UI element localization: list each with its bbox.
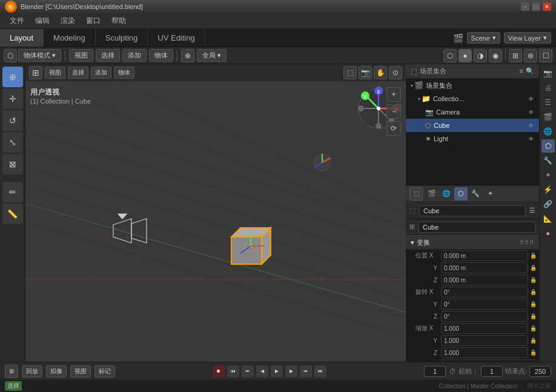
- prop-scene-tab[interactable]: 🎬: [425, 187, 439, 201]
- current-frame[interactable]: 1: [424, 366, 446, 377]
- cursor-tool[interactable]: ⊕: [2, 67, 23, 87]
- menu-file[interactable]: 文件: [5, 15, 29, 27]
- outliner-cube[interactable]: ⬡ Cube 👁: [406, 119, 539, 132]
- tab-sculpting[interactable]: Sculpting: [96, 29, 148, 47]
- scene-selector[interactable]: Scene ▾: [467, 32, 500, 44]
- object-icon[interactable]: ⬡: [4, 49, 17, 62]
- snap-point-btn[interactable]: ⊙: [389, 66, 402, 79]
- object-menu[interactable]: 物体: [149, 49, 173, 62]
- modifier-props-icon[interactable]: 🔧: [541, 154, 555, 167]
- scale-z-field[interactable]: 1.000: [441, 347, 528, 358]
- object-menu-btn[interactable]: 物体: [114, 67, 134, 79]
- camera-eye[interactable]: 👁: [528, 109, 534, 116]
- solid-shading-btn[interactable]: ●: [458, 49, 472, 62]
- position-z-lock[interactable]: 🔒: [529, 277, 537, 283]
- rotation-x-lock[interactable]: 🔒: [529, 289, 537, 295]
- rotate-tool[interactable]: ↺: [2, 110, 23, 131]
- physics-props-icon[interactable]: ⚡: [541, 183, 555, 196]
- scale-y-field[interactable]: 1.000: [441, 335, 528, 346]
- position-z-field[interactable]: 0.000 m: [441, 274, 528, 285]
- outliner-collection[interactable]: ▾ 📁 Collectio... 👁: [406, 92, 539, 105]
- playback-btn[interactable]: 回放: [22, 365, 42, 377]
- render-props-icon[interactable]: 📷: [541, 67, 555, 80]
- outliner-camera[interactable]: 📷 Camera 👁: [406, 105, 539, 119]
- maximize-button[interactable]: □: [532, 2, 540, 11]
- collection-eye[interactable]: 👁: [528, 96, 534, 102]
- scale-x-field[interactable]: 1.000: [441, 323, 528, 334]
- position-y-lock[interactable]: 🔒: [529, 265, 537, 271]
- overlay-toggle-btn[interactable]: ⊛: [524, 49, 537, 62]
- zoom-out-btn[interactable]: −: [386, 104, 401, 119]
- outliner-filter-btn[interactable]: ≡: [520, 67, 523, 75]
- mode-selector[interactable]: 物体模式 ▾: [18, 49, 61, 62]
- transform-tool[interactable]: ⊠: [2, 154, 23, 174]
- output-props-icon[interactable]: 🖨: [541, 81, 555, 95]
- jump-end-btn[interactable]: ⏭: [314, 365, 326, 377]
- camera-view-btn[interactable]: 📷: [359, 66, 372, 79]
- light-eye[interactable]: 👁: [528, 136, 534, 142]
- rotation-x-field[interactable]: 0°: [441, 287, 528, 297]
- jump-start-btn[interactable]: ⏮: [227, 365, 239, 377]
- rotate-view-btn[interactable]: ⟳: [386, 121, 401, 136]
- cube-eye[interactable]: 👁: [528, 122, 534, 129]
- xray-toggle-btn[interactable]: ☐: [539, 49, 552, 62]
- next-frame-btn[interactable]: ▶: [285, 365, 297, 377]
- rotation-y-lock[interactable]: 🔒: [529, 301, 537, 307]
- zoom-in-btn[interactable]: +: [386, 87, 401, 102]
- prev-keyframe-btn[interactable]: ⬅: [242, 365, 254, 377]
- render-shading-btn[interactable]: ◉: [489, 49, 502, 62]
- mirror-btn[interactable]: 拟像: [46, 365, 67, 377]
- viewport-3d[interactable]: ⊞ 视图 选择 添加 物体 ⬚ 📷 ✋ ⊙ 用户透视 (1) Collectio…: [25, 64, 406, 362]
- constraints-props-icon[interactable]: 🔗: [541, 198, 555, 211]
- measure-tool[interactable]: 📏: [2, 204, 23, 224]
- rotation-y-field[interactable]: 0°: [441, 299, 528, 310]
- prop-modifier-tab[interactable]: 🔧: [469, 187, 482, 201]
- add-menu[interactable]: 添加: [122, 49, 147, 62]
- gizmo-toggle-btn[interactable]: ⊞: [509, 49, 522, 62]
- view-layer-selector[interactable]: View Layer ▾: [504, 32, 551, 44]
- focus-btn[interactable]: ✋: [374, 66, 387, 79]
- particles-props-icon[interactable]: ✦: [541, 168, 555, 182]
- marker-btn[interactable]: 标记: [94, 365, 115, 377]
- move-tool[interactable]: ✛: [2, 88, 23, 109]
- menu-window[interactable]: 窗口: [81, 15, 105, 27]
- tab-modeling[interactable]: Modeling: [44, 29, 96, 47]
- rotation-z-lock[interactable]: 🔒: [529, 313, 537, 319]
- rotation-z-field[interactable]: 0°: [441, 311, 528, 322]
- object-name-menu-icon[interactable]: ☰: [529, 207, 535, 214]
- scale-tool[interactable]: ⤡: [2, 132, 23, 153]
- scene-props-icon[interactable]: 🎬: [541, 110, 555, 124]
- tab-layout[interactable]: Layout: [0, 29, 44, 47]
- minimize-button[interactable]: −: [521, 2, 529, 11]
- prop-world-tab[interactable]: 🌐: [440, 187, 453, 201]
- position-y-field[interactable]: 0.000 m: [441, 262, 528, 273]
- play-btn[interactable]: ▶: [271, 365, 283, 377]
- data-props-icon[interactable]: 📐: [541, 212, 555, 225]
- material-props-icon[interactable]: ●: [541, 227, 555, 240]
- material-shading-btn[interactable]: ◑: [474, 49, 487, 62]
- wireframe-shading-btn[interactable]: ⬡: [443, 49, 457, 62]
- props-mode-btn[interactable]: ⬚: [409, 187, 423, 201]
- prop-particles-tab[interactable]: ✦: [483, 187, 497, 201]
- add-menu-btn[interactable]: 添加: [91, 67, 111, 79]
- timeline-editor-type-btn[interactable]: ⊞: [5, 365, 18, 378]
- view-layer-props-icon[interactable]: ☰: [541, 96, 555, 109]
- outliner-light[interactable]: ☀ Light 👁: [406, 132, 539, 145]
- view-menu[interactable]: 视图: [69, 49, 93, 62]
- menu-edit[interactable]: 编辑: [30, 15, 55, 27]
- render-engine-selector[interactable]: 🎬: [453, 33, 463, 43]
- end-frame[interactable]: 250: [529, 366, 551, 377]
- position-x-field[interactable]: 0.000 m: [441, 250, 528, 261]
- scale-y-lock[interactable]: 🔒: [529, 337, 537, 344]
- annotate-tool[interactable]: ✏: [2, 182, 23, 202]
- prev-frame-btn[interactable]: ◀: [256, 365, 268, 377]
- render-btn[interactable]: ⬚: [343, 66, 357, 79]
- outliner-search-btn[interactable]: 🔍: [526, 67, 534, 75]
- view-menu-btn[interactable]: 视图: [45, 67, 65, 79]
- data-name-field[interactable]: Cube: [419, 222, 535, 233]
- object-props-icon[interactable]: ⬡: [541, 139, 555, 153]
- rotation-mode-field[interactable]: X V: [441, 359, 537, 362]
- start-frame[interactable]: 1: [481, 366, 503, 377]
- record-btn[interactable]: ⏺: [213, 365, 225, 377]
- position-x-lock[interactable]: 🔒: [529, 253, 537, 259]
